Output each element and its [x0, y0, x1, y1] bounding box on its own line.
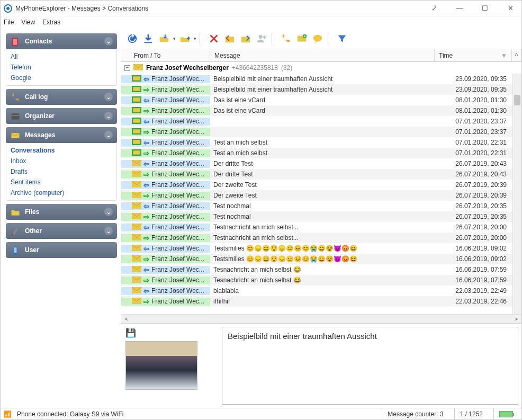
- titlebar: MyPhoneExplorer - Messages > Conversatio…: [1, 1, 521, 16]
- add-contact-button[interactable]: [255, 32, 268, 46]
- message-row[interactable]: ⇦Franz Josef Wec...Tesnachricht an mich …: [121, 264, 521, 275]
- attachment-thumbnail[interactable]: [125, 341, 197, 390]
- save-icon[interactable]: 💾: [125, 328, 218, 338]
- envelope-icon: [132, 255, 141, 263]
- chat-button[interactable]: [311, 32, 325, 46]
- message-row[interactable]: ⇦Franz Josef Wec...Beispielbild mit eine…: [121, 74, 521, 84]
- arrow-in-icon: ⇦: [143, 287, 149, 295]
- envelope-icon: [132, 75, 141, 83]
- time-text: 08.01.2020, 01:30: [435, 96, 512, 104]
- message-row[interactable]: ⇦Franz Josef Wec...Test an mich selbst07…: [121, 137, 521, 148]
- sidebar-item-all[interactable]: All: [11, 51, 112, 62]
- column-time[interactable]: Time▼: [435, 49, 512, 61]
- menu-extras[interactable]: Extras: [42, 19, 60, 26]
- panel-calllog-header[interactable]: Call log ⌄: [6, 89, 117, 105]
- sidebar: Contacts ⌄ All Telefon Google Call log ⌄: [1, 28, 121, 408]
- message-row[interactable]: ⇦Franz Josef Wec...Der zweite Test26.07.…: [121, 180, 521, 190]
- message-row[interactable]: ⇦Franz Josef Wec...Der dritte Test26.07.…: [121, 158, 521, 169]
- message-row[interactable]: ⇨Franz Josef Wec...Der dritte Test26.07.…: [121, 169, 521, 180]
- maximize-button[interactable]: ☐: [477, 4, 493, 12]
- minimize-button[interactable]: —: [452, 4, 467, 12]
- export-button[interactable]: [178, 32, 192, 46]
- panel-other-label: Other: [25, 227, 42, 235]
- time-text: 26.07.2019, 20:00: [435, 224, 512, 231]
- sidebar-item-inbox[interactable]: Inbox: [11, 156, 112, 166]
- arrow-out-icon: ⇨: [143, 234, 149, 242]
- message-row[interactable]: ⇦Franz Josef Wec...Testnachricht an mich…: [121, 222, 521, 233]
- download-button[interactable]: [141, 32, 155, 46]
- column-from[interactable]: From / To: [121, 49, 210, 61]
- panel-user-header[interactable]: User: [6, 242, 117, 258]
- from-text: Franz Josef Wec...: [151, 86, 204, 93]
- close-button[interactable]: ✕: [502, 4, 518, 12]
- column-from-label: From / To: [134, 52, 160, 59]
- from-text: Franz Josef Wec...: [151, 171, 204, 178]
- horizontal-scrollbar[interactable]: < >: [121, 314, 521, 323]
- restore-down-icon[interactable]: ⤢: [426, 4, 442, 12]
- panel-messages-label: Messages: [25, 131, 55, 139]
- arrow-in-icon: ⇦: [143, 224, 149, 231]
- collapse-icon[interactable]: −: [124, 65, 130, 71]
- panel-messages-header[interactable]: Messages ⌄: [6, 127, 117, 143]
- from-text: Franz Josef Wec...: [151, 149, 204, 157]
- message-row[interactable]: ⇨Franz Josef Wec...Der zweite Test26.07.…: [121, 190, 521, 201]
- user-icon: [10, 245, 21, 255]
- message-row[interactable]: ⇦Franz Josef Wec...Testsmilies 😊😞😄😯😞😐😣😊😭…: [121, 243, 521, 254]
- sidebar-item-drafts[interactable]: Drafts: [11, 166, 112, 177]
- sidebar-item-archive[interactable]: Archive (computer): [11, 187, 112, 198]
- panel-other-header[interactable]: Other ⌄: [6, 223, 117, 239]
- menu-file[interactable]: File: [4, 19, 14, 26]
- svg-rect-1: [13, 39, 17, 45]
- delete-button[interactable]: [207, 32, 221, 46]
- thread-header[interactable]: − Franz Josef Wechselberger +43664223581…: [121, 62, 521, 74]
- message-row[interactable]: ⇦Franz Josef Wec...Das ist eine vCard08.…: [121, 95, 521, 105]
- sidebar-item-sentitems[interactable]: Sent items: [11, 177, 112, 187]
- panel-organizer-label: Organizer: [25, 112, 55, 120]
- message-row[interactable]: ⇨Franz Josef Wec...07.01.2020, 23:37: [121, 127, 521, 137]
- message-row[interactable]: ⇨Franz Josef Wec...Das ist eine vCard08.…: [121, 105, 521, 116]
- arrow-out-icon: ⇨: [143, 107, 149, 115]
- svg-rect-3: [12, 115, 20, 116]
- contacts-icon: [10, 37, 21, 46]
- panel-contacts-header[interactable]: Contacts ⌄: [6, 33, 117, 49]
- message-row[interactable]: ⇨Franz Josef Wec...Beispielbild mit eine…: [121, 84, 521, 95]
- vertical-scrollbar[interactable]: [512, 74, 521, 314]
- scroll-right-button[interactable]: >: [512, 316, 520, 322]
- envelope-icon: [132, 149, 141, 157]
- message-row[interactable]: ⇨Franz Josef Wec...Testnachricht an mich…: [121, 233, 521, 243]
- message-row[interactable]: ⇨Franz Josef Wec...Test an mich selbst07…: [121, 148, 521, 158]
- envelope-icon: [132, 298, 141, 305]
- call-button[interactable]: [279, 32, 293, 46]
- message-text: Der dritte Test: [210, 171, 435, 178]
- window-buttons: ⤢ — ☐ ✕: [426, 4, 518, 12]
- column-message[interactable]: Message: [210, 49, 435, 61]
- panel-files-header[interactable]: Files ⌄: [6, 204, 117, 220]
- svg-point-14: [313, 34, 322, 41]
- message-text: Das ist eine vCard: [210, 107, 435, 114]
- message-row[interactable]: ⇨Franz Josef Wec...Testsmilies 😊😞😄😯😞😐😣😊😭…: [121, 254, 521, 264]
- wifi-icon: 📶: [4, 410, 12, 418]
- reply-button[interactable]: [223, 32, 237, 46]
- sidebar-item-conversations[interactable]: Conversations: [11, 145, 112, 156]
- message-row[interactable]: ⇨Franz Josef Wec...Tesnachricht an mich …: [121, 275, 521, 285]
- sidebar-item-telefon[interactable]: Telefon: [11, 62, 112, 73]
- envelope-icon: [132, 213, 141, 220]
- message-row[interactable]: ⇦Franz Josef Wec...07.01.2020, 23:37: [121, 116, 521, 127]
- scroll-left-button[interactable]: <: [122, 316, 131, 322]
- message-row[interactable]: ⇨Franz Josef Wec...Test nochmal26.07.201…: [121, 211, 521, 222]
- scroll-up-button[interactable]: ^: [512, 49, 521, 61]
- panel-organizer-header[interactable]: Organizer ⌄: [6, 108, 117, 124]
- sidebar-item-google[interactable]: Google: [11, 73, 112, 83]
- menu-view[interactable]: View: [21, 19, 35, 26]
- refresh-button[interactable]: [125, 32, 139, 46]
- message-row[interactable]: ⇦Franz Josef Wec...Test nochmal26.07.201…: [121, 201, 521, 211]
- arrow-in-icon: ⇦: [143, 181, 149, 189]
- filter-button[interactable]: [335, 32, 349, 46]
- import-button[interactable]: [157, 32, 171, 46]
- separator: [200, 33, 204, 44]
- message-row[interactable]: ⇨Franz Josef Wec...ifhifhif22.03.2019, 2…: [121, 296, 521, 307]
- new-message-button[interactable]: [295, 32, 309, 46]
- forward-button[interactable]: [239, 32, 253, 46]
- from-text: Franz Josef Wec...: [151, 118, 204, 125]
- message-row[interactable]: ⇦Franz Josef Wec...blablabla22.03.2019, …: [121, 285, 521, 296]
